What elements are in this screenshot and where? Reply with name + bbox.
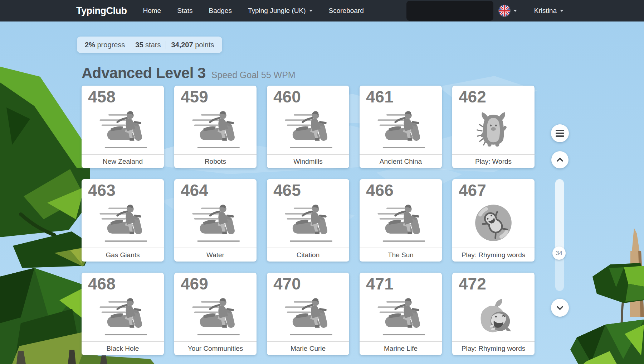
progress-label: progress xyxy=(97,41,125,49)
lesson-card-471[interactable]: 471 Marine Life xyxy=(360,273,442,355)
lesson-card-467[interactable]: 467 Play: Rhyming words xyxy=(452,179,535,262)
lesson-label: Citation xyxy=(297,251,319,259)
lesson-icon-wrap xyxy=(360,105,442,154)
lesson-card-463[interactable]: 463 Gas Giants xyxy=(82,179,164,262)
hamburger-icon xyxy=(556,135,564,137)
nav-item-label: Typing Jungle (UK) xyxy=(248,7,306,15)
speed-goal: Speed Goal 55 WPM xyxy=(211,70,296,80)
lesson-number: 471 xyxy=(366,276,442,292)
scooter-icon xyxy=(96,202,150,244)
lesson-label: Ancient China xyxy=(380,158,422,166)
nav-item-badges[interactable]: Badges xyxy=(209,7,231,15)
user-menu[interactable]: Kristina xyxy=(534,7,564,15)
lesson-label: Water xyxy=(206,251,224,259)
scooter-icon xyxy=(374,202,428,244)
lesson-card-460[interactable]: 460 Windmills xyxy=(267,86,349,168)
lesson-number: 459 xyxy=(181,88,257,105)
scroll-position-value: 34 xyxy=(556,250,562,257)
scooter-icon xyxy=(281,109,335,150)
divider xyxy=(166,41,166,49)
scooter-icon xyxy=(281,296,335,337)
lesson-card-470[interactable]: 470 Marie Curie xyxy=(267,273,349,355)
lesson-footer: Ancient China xyxy=(360,154,442,168)
nav-item-stats[interactable]: Stats xyxy=(177,7,192,15)
lesson-number: 469 xyxy=(181,276,257,292)
lesson-icon-wrap xyxy=(360,198,442,248)
lesson-label: Black Hole xyxy=(107,345,139,353)
chevron-down-icon xyxy=(560,10,564,12)
scroll-down-button[interactable] xyxy=(551,299,569,317)
lesson-icon-wrap xyxy=(267,198,349,248)
search-box[interactable] xyxy=(406,1,493,21)
lesson-footer: Water xyxy=(174,248,257,262)
lesson-label: Marie Curie xyxy=(291,345,326,353)
nav-item-scoreboard[interactable]: Scoreboard xyxy=(329,7,364,15)
lesson-number: 461 xyxy=(366,88,442,105)
ball-icon xyxy=(472,202,514,244)
language-selector[interactable] xyxy=(499,5,517,16)
lesson-label: New Zealand xyxy=(103,158,143,166)
lesson-label: Your Communities xyxy=(188,345,243,353)
lesson-label: Gas Giants xyxy=(106,251,140,259)
lesson-footer: The Sun xyxy=(360,248,442,262)
lesson-number: 465 xyxy=(273,182,349,198)
scooter-icon xyxy=(96,296,150,337)
lesson-footer: Play: Rhyming words xyxy=(452,248,535,262)
lesson-footer: Windmills xyxy=(267,154,349,168)
lesson-footer: Play: Rhyming words xyxy=(452,341,535,355)
scooter-icon xyxy=(96,109,150,150)
apple-icon xyxy=(472,295,515,337)
level-heading: Advanced Level 3 Speed Goal 55 WPM xyxy=(82,64,296,82)
lesson-card-462[interactable]: 462 Play: Words xyxy=(452,86,535,168)
nav-item-home[interactable]: Home xyxy=(143,7,161,15)
typing-jungle-screen: TypingClub HomeStatsBadgesTyping Jungle … xyxy=(0,0,644,364)
lesson-card-472[interactable]: 472 Play: Rhyming words xyxy=(452,273,535,355)
scooter-icon xyxy=(189,202,242,244)
lesson-number: 467 xyxy=(459,182,535,198)
nav-item-label: Stats xyxy=(177,7,192,15)
scooter-icon xyxy=(281,202,335,244)
lesson-card-464[interactable]: 464 Water xyxy=(174,179,257,262)
lesson-card-469[interactable]: 469 Your Communities xyxy=(174,273,257,355)
lesson-label: Play: Rhyming words xyxy=(462,251,525,259)
lesson-icon-wrap xyxy=(452,198,535,248)
lesson-number: 463 xyxy=(88,182,164,198)
lesson-label: Play: Words xyxy=(475,158,512,166)
scooter-icon xyxy=(374,109,428,150)
lesson-card-461[interactable]: 461 Ancient China xyxy=(360,86,442,168)
lesson-icon-wrap xyxy=(360,292,442,341)
lesson-footer: Black Hole xyxy=(82,341,164,355)
chevron-up-icon xyxy=(555,155,565,164)
lesson-icon-wrap xyxy=(82,198,164,248)
lesson-grid: 458 New Zealand459 Robots460 xyxy=(82,86,535,355)
chevron-down-icon xyxy=(513,10,517,12)
lesson-footer: New Zealand xyxy=(82,154,164,168)
scroll-up-button[interactable] xyxy=(551,151,569,168)
lesson-number: 472 xyxy=(459,276,535,292)
lesson-number: 464 xyxy=(181,182,257,198)
jungle-menu-button[interactable] xyxy=(551,124,569,142)
page-title: Advanced Level 3 xyxy=(82,64,206,82)
lesson-card-468[interactable]: 468 Black Hole xyxy=(82,273,164,355)
chevron-down-icon xyxy=(309,10,313,12)
nav-item-typing-jungle-uk[interactable]: Typing Jungle (UK) xyxy=(248,7,313,15)
uk-flag-icon xyxy=(499,5,510,16)
lesson-footer: Play: Words xyxy=(452,154,535,168)
points-label: points xyxy=(195,41,214,49)
scrollbar-thumb[interactable] xyxy=(555,179,564,255)
lesson-icon-wrap xyxy=(267,292,349,341)
progress-value: 2% xyxy=(85,41,95,49)
lesson-footer: Citation xyxy=(267,248,349,262)
nav-item-label: Badges xyxy=(209,7,231,15)
lesson-card-465[interactable]: 465 Citation xyxy=(267,179,349,262)
lesson-card-458[interactable]: 458 New Zealand xyxy=(82,86,164,168)
lesson-footer: Marie Curie xyxy=(267,341,349,355)
lesson-number: 460 xyxy=(273,88,349,105)
monster-icon xyxy=(472,108,514,150)
lesson-card-466[interactable]: 466 The Sun xyxy=(360,179,442,262)
app-logo[interactable]: TypingClub xyxy=(76,5,127,16)
scrollbar-track[interactable] xyxy=(555,179,564,291)
scooter-icon xyxy=(374,296,428,337)
lesson-label: Marine Life xyxy=(384,345,418,353)
lesson-card-459[interactable]: 459 Robots xyxy=(174,86,257,168)
